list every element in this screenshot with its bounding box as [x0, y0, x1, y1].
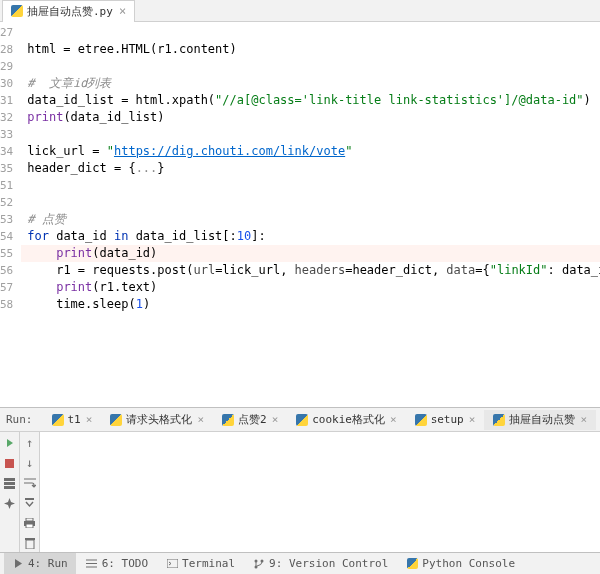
close-icon[interactable]: ×: [390, 413, 397, 426]
python-file-icon: [296, 414, 308, 426]
trash-icon[interactable]: [23, 536, 37, 550]
code-line[interactable]: # 点赞: [27, 211, 600, 228]
python-file-icon: [222, 414, 234, 426]
run-panel: Run: t1×请求头格式化×点赞2×cookie格式化×setup×抽屉自动点…: [0, 407, 600, 552]
run-tab-label: 请求头格式化: [126, 412, 192, 427]
status-vcs[interactable]: 9: Version Control: [245, 553, 396, 575]
python-file-icon: [110, 414, 122, 426]
run-toolbar-left: [0, 432, 20, 552]
code-line[interactable]: # 文章id列表: [27, 75, 600, 92]
run-tab-label: 点赞2: [238, 412, 267, 427]
close-icon[interactable]: ×: [272, 413, 279, 426]
code-line[interactable]: for data_id in data_id_list[:10]:: [27, 228, 600, 245]
python-file-icon: [11, 5, 23, 17]
wrap-icon[interactable]: [23, 476, 37, 490]
svg-rect-0: [5, 459, 14, 468]
stop-icon[interactable]: [3, 456, 17, 470]
code-line[interactable]: r1 = requests.post(url=lick_url, headers…: [27, 262, 600, 279]
terminal-icon: [166, 558, 178, 570]
code-line[interactable]: [27, 126, 600, 143]
svg-rect-2: [4, 482, 15, 485]
run-tab-label: cookie格式化: [312, 412, 385, 427]
close-icon[interactable]: ×: [119, 4, 126, 18]
code-area[interactable]: html = etree.HTML(r1.content)# 文章id列表dat…: [21, 22, 600, 407]
run-tab-label: t1: [68, 413, 81, 426]
run-tab-label: 抽屉自动点赞: [509, 412, 575, 427]
close-icon[interactable]: ×: [469, 413, 476, 426]
status-pyconsole[interactable]: Python Console: [398, 553, 523, 575]
python-file-icon: [415, 414, 427, 426]
close-icon[interactable]: ×: [86, 413, 93, 426]
svg-rect-1: [4, 478, 15, 481]
down-icon[interactable]: ↓: [23, 456, 37, 470]
pin-icon[interactable]: [3, 496, 17, 510]
status-run[interactable]: 4: Run: [4, 553, 76, 575]
run-toolbar-left-2: ↑ ↓: [20, 432, 40, 552]
code-line[interactable]: [27, 194, 600, 211]
code-line[interactable]: print(data_id): [21, 245, 600, 262]
layout-icon[interactable]: [3, 476, 17, 490]
code-line[interactable]: [27, 24, 600, 41]
code-line[interactable]: [27, 58, 600, 75]
svg-rect-3: [4, 486, 15, 489]
code-line[interactable]: time.sleep(1): [27, 296, 600, 313]
editor-tab-active[interactable]: 抽屉自动点赞.py ×: [2, 0, 135, 22]
code-line[interactable]: header_dict = {...}: [27, 160, 600, 177]
run-tab[interactable]: t1×: [43, 410, 102, 430]
print-icon[interactable]: [23, 516, 37, 530]
svg-rect-9: [25, 538, 35, 540]
code-editor[interactable]: 2728293031323334355152535455565758 html …: [0, 22, 600, 407]
run-tab[interactable]: cookie格式化×: [287, 410, 405, 430]
svg-rect-4: [25, 498, 34, 500]
run-tabs-bar: Run: t1×请求头格式化×点赞2×cookie格式化×setup×抽屉自动点…: [0, 408, 600, 432]
status-bar: 4: Run 6: TODO Terminal 9: Version Contr…: [0, 552, 600, 574]
gutter: 2728293031323334355152535455565758: [0, 22, 21, 407]
todo-icon: [86, 558, 98, 570]
code-line[interactable]: print(data_id_list): [27, 109, 600, 126]
code-line[interactable]: data_id_list = html.xpath("//a[@class='l…: [27, 92, 600, 109]
up-icon[interactable]: ↑: [23, 436, 37, 450]
scroll-icon[interactable]: [23, 496, 37, 510]
svg-rect-8: [26, 540, 34, 549]
status-terminal[interactable]: Terminal: [158, 553, 243, 575]
run-tab[interactable]: 请求头格式化×: [101, 410, 213, 430]
editor-tab-label: 抽屉自动点赞.py: [27, 4, 113, 19]
python-file-icon: [52, 414, 64, 426]
branch-icon: [253, 558, 265, 570]
run-tab-label: setup: [431, 413, 464, 426]
code-line[interactable]: html = etree.HTML(r1.content): [27, 41, 600, 58]
run-tab[interactable]: 抽屉自动点赞×: [484, 410, 596, 430]
python-file-icon: [493, 414, 505, 426]
run-status-icon: [12, 558, 24, 570]
run-tab[interactable]: 点赞2×: [213, 410, 287, 430]
status-todo[interactable]: 6: TODO: [78, 553, 156, 575]
editor-tabs: 抽屉自动点赞.py ×: [0, 0, 600, 22]
code-line[interactable]: [27, 177, 600, 194]
svg-rect-5: [26, 518, 33, 521]
run-tab[interactable]: setup×: [406, 410, 485, 430]
code-line[interactable]: print(r1.text): [27, 279, 600, 296]
svg-rect-13: [167, 559, 178, 568]
run-output[interactable]: [40, 432, 600, 552]
rerun-icon[interactable]: [3, 436, 17, 450]
close-icon[interactable]: ×: [197, 413, 204, 426]
close-icon[interactable]: ×: [580, 413, 587, 426]
run-label: Run:: [6, 413, 33, 426]
python-icon: [406, 558, 418, 570]
code-line[interactable]: lick_url = "https://dig.chouti.com/link/…: [27, 143, 600, 160]
svg-rect-7: [26, 524, 33, 528]
